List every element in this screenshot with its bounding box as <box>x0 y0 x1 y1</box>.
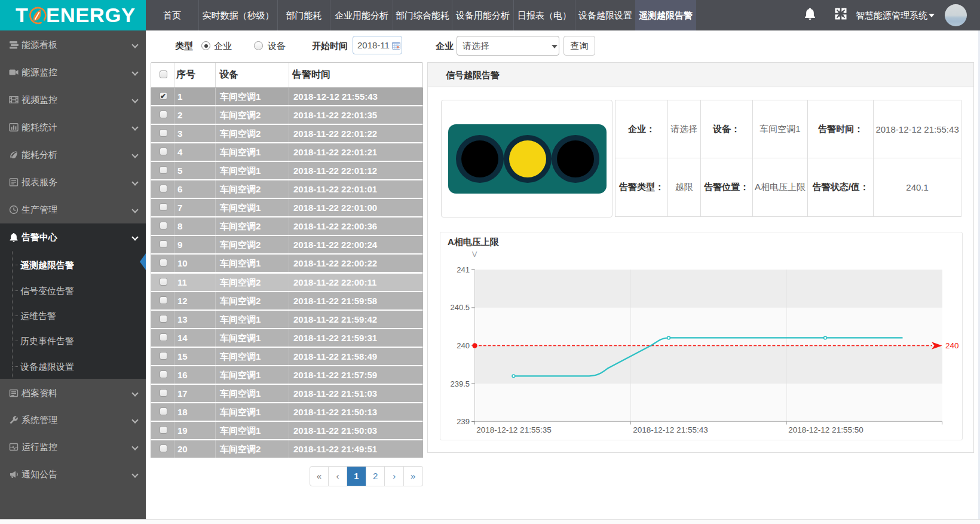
svg-text:2018-12-12 21:55:35: 2018-12-12 21:55:35 <box>476 425 551 434</box>
svg-text:239.5: 239.5 <box>450 379 470 388</box>
svg-text:240: 240 <box>945 341 959 350</box>
svg-text:2018-12-12 21:55:43: 2018-12-12 21:55:43 <box>633 425 708 434</box>
svg-text:V: V <box>472 250 477 259</box>
svg-text:240.5: 240.5 <box>450 303 470 312</box>
svg-text:241: 241 <box>457 265 470 274</box>
svg-text:240: 240 <box>457 341 470 350</box>
svg-text:239: 239 <box>457 417 470 426</box>
svg-text:2018-12-12 21:55:50: 2018-12-12 21:55:50 <box>788 425 863 434</box>
